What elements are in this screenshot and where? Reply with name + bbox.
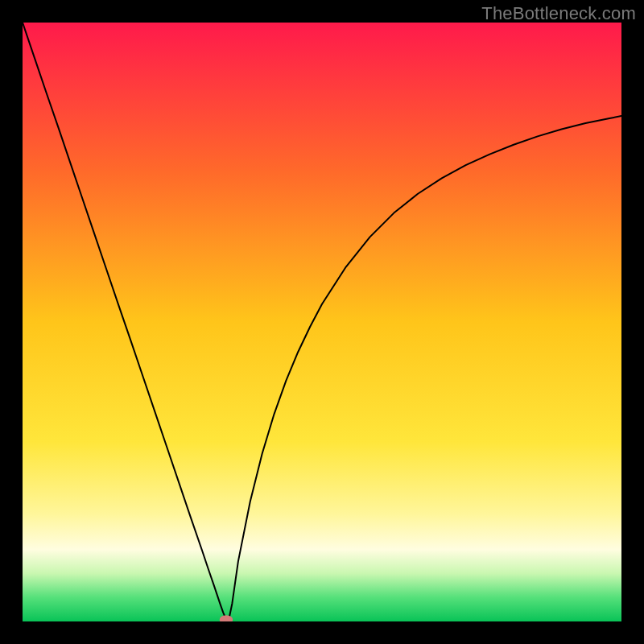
plot-area bbox=[23, 23, 621, 621]
gradient-background bbox=[23, 23, 621, 621]
watermark-text: TheBottleneck.com bbox=[481, 3, 636, 24]
plot-svg bbox=[23, 23, 621, 621]
chart-frame: TheBottleneck.com bbox=[0, 0, 644, 644]
